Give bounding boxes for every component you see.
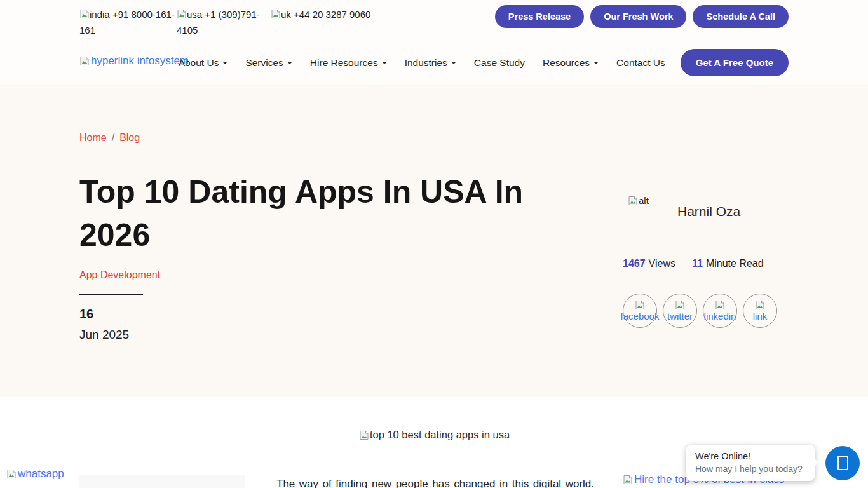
hero-image-alt-text: top 10 best dating apps in usa <box>370 429 510 440</box>
page-title: Top 10 Dating Apps In USA In 2026 <box>79 171 569 257</box>
tooltip-arrow <box>814 458 818 467</box>
broken-image-icon <box>635 300 645 310</box>
whatsapp-icon <box>6 469 17 479</box>
nav-item-case-study[interactable]: Case Study <box>465 52 534 74</box>
author-name: Harnil Oza <box>677 204 740 219</box>
table-of-contents-box <box>79 475 245 488</box>
read-time-stat: 11Minute Read <box>692 258 764 269</box>
flag-uk-alt: uk <box>281 9 291 20</box>
contact-uk[interactable]: uk +44 20 3287 9060 <box>271 7 391 23</box>
chevron-down-icon <box>451 62 456 64</box>
category-app-development-link[interactable]: App Development <box>79 269 160 281</box>
broken-image-icon <box>79 56 90 66</box>
nav-item-label: About Us <box>179 57 219 69</box>
nav-item-hire-resources[interactable]: Hire Resources <box>301 52 396 74</box>
views-stat: 1467Views <box>623 258 675 269</box>
nav-item-label: Contact Us <box>616 57 665 69</box>
press-release-button[interactable]: Press Release <box>495 5 584 28</box>
live-chat-button[interactable] <box>825 446 860 480</box>
publish-date-day: 16 <box>79 307 93 322</box>
chevron-down-icon <box>593 62 599 64</box>
broken-image-icon <box>628 196 638 206</box>
divider <box>79 294 143 295</box>
flag-india-alt: india <box>90 9 110 20</box>
nav-item-label: Industries <box>405 57 447 69</box>
chevron-down-icon <box>382 62 387 64</box>
nav-item-label: Services <box>245 57 283 69</box>
nav-item-label: Case Study <box>474 57 525 69</box>
topbar-buttons: Press Release Our Fresh Work Schedule A … <box>495 5 789 28</box>
article-paragraph: The way of finding new people has change… <box>276 475 594 488</box>
read-time-label: Minute Read <box>706 258 764 269</box>
share-copy-link-button[interactable]: link <box>743 294 777 328</box>
phone-uk[interactable]: +44 20 3287 9060 <box>294 9 370 20</box>
broken-image-icon <box>623 475 633 485</box>
chat-status-text: We're Online! <box>695 451 806 461</box>
nav-item-services[interactable]: Services <box>236 52 301 74</box>
broken-image-icon <box>177 9 187 19</box>
broken-image-icon <box>755 300 765 310</box>
whatsapp-alt-text: whatsapp <box>18 468 64 480</box>
article-stats: 1467Views 11Minute Read <box>623 258 764 269</box>
nav-item-resources[interactable]: Resources <box>534 52 607 74</box>
article-hero-section: Home/Blog Top 10 Dating Apps In USA In 2… <box>0 85 868 397</box>
blog-page: india +91 8000-161-161 usa +1 (309)791-4… <box>0 0 868 488</box>
nav-item-about-us[interactable]: About Us <box>170 52 237 74</box>
chat-question-text: How may I help you today? <box>695 464 806 474</box>
views-label: Views <box>649 258 675 269</box>
breadcrumb-separator: / <box>112 132 114 143</box>
share-buttons-row: facebook twitter linkedin link <box>623 294 783 328</box>
facebook-icon: facebook <box>621 311 660 322</box>
nav-menu: About Us Services Hire Resources Industr… <box>170 41 789 85</box>
share-facebook-button[interactable]: facebook <box>623 294 657 328</box>
linkedin-icon: linkedin <box>704 311 736 322</box>
get-a-free-quote-button[interactable]: Get A Free Quote <box>681 49 789 76</box>
chat-icon <box>837 456 848 470</box>
broken-image-icon <box>715 300 725 310</box>
breadcrumb-blog-link[interactable]: Blog <box>119 132 140 143</box>
whatsapp-chat-link[interactable]: whatsapp <box>6 468 64 480</box>
main-navbar: hyperlink infosystem About Us Services H… <box>0 41 868 85</box>
share-twitter-button[interactable]: twitter <box>663 294 697 328</box>
author-avatar: alt <box>628 195 649 206</box>
read-time-count: 11 <box>692 258 703 269</box>
schedule-a-call-button[interactable]: Schedule A Call <box>693 5 789 28</box>
breadcrumb-home-link[interactable]: Home <box>79 132 107 143</box>
chevron-down-icon <box>222 62 227 64</box>
broken-image-icon <box>359 430 369 440</box>
chat-tooltip: We're Online! How may I help you today? <box>686 445 815 481</box>
contact-usa[interactable]: usa +1 (309)791-4105 <box>177 7 266 39</box>
avatar-alt-text: alt <box>639 195 649 206</box>
share-linkedin-button[interactable]: linkedin <box>703 294 737 328</box>
flag-usa-alt: usa <box>187 9 202 20</box>
nav-item-contact-us[interactable]: Contact Us <box>607 52 674 74</box>
article-hero-image: top 10 best dating apps in usa <box>276 429 592 441</box>
broken-image-icon <box>675 300 685 310</box>
nav-item-label: Resources <box>543 57 590 69</box>
contact-india[interactable]: india +91 8000-161-161 <box>79 7 181 39</box>
broken-image-icon <box>79 9 90 19</box>
site-header: india +91 8000-161-161 usa +1 (309)791-4… <box>0 0 868 85</box>
link-icon: link <box>753 311 768 322</box>
breadcrumb: Home/Blog <box>79 132 140 144</box>
topbar: india +91 8000-161-161 usa +1 (309)791-4… <box>0 0 868 41</box>
chevron-down-icon <box>287 62 292 64</box>
broken-image-icon <box>271 9 281 19</box>
our-fresh-work-button[interactable]: Our Fresh Work <box>590 5 686 28</box>
nav-item-industries[interactable]: Industries <box>396 52 465 74</box>
publish-date-monthyear: Jun 2025 <box>79 328 129 342</box>
views-count: 1467 <box>623 258 646 269</box>
twitter-icon: twitter <box>667 311 693 322</box>
nav-item-label: Hire Resources <box>310 57 378 69</box>
